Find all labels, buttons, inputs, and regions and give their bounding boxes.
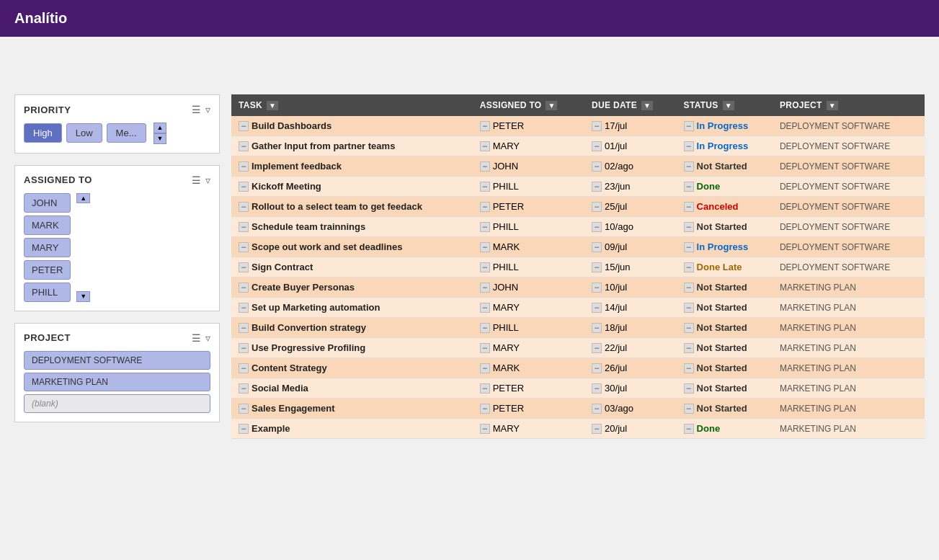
assigned-collapse-icon: − (480, 141, 490, 151)
assigned-to: PHILL (493, 221, 519, 232)
due-date: 14/jul (605, 302, 627, 313)
status-collapse-icon: − (684, 363, 694, 373)
project-name: DEPLOYMENT SOFTWARE (780, 182, 890, 192)
collapse-icon[interactable]: − (239, 424, 249, 434)
status-collapse-icon: − (684, 424, 694, 434)
priority-buttons: High Low Me... ▲ ▼ (24, 123, 210, 144)
status-badge: Not Started (697, 342, 747, 353)
project-name: MARKETING PLAN (780, 363, 856, 373)
assigned-collapse-icon: − (480, 242, 490, 252)
project-item-marketing[interactable]: MARKETING PLAN (24, 373, 210, 391)
table-row[interactable]: −Content Strategy−MARK−26/jul−Not Starte… (231, 358, 925, 378)
priority-scroll-up[interactable]: ▲ (153, 123, 167, 133)
assigned-to: PETER (493, 403, 524, 414)
table-row[interactable]: −Kickoff Meeting−PHILL−23/jun−DoneDEPLOY… (231, 177, 925, 197)
filter-icon-3[interactable]: ▿ (205, 332, 210, 344)
table-row[interactable]: −Social Media−PETER−30/jul−Not StartedMA… (231, 378, 925, 399)
table-row[interactable]: −Build Dashboards−PETER−17/jul−In Progre… (231, 116, 925, 136)
collapse-icon[interactable]: − (239, 383, 249, 394)
priority-scroll: ▲ ▼ (153, 123, 167, 144)
priority-scroll-down[interactable]: ▼ (153, 133, 167, 144)
assigned-filter-btn[interactable]: ▼ (546, 101, 557, 110)
collapse-icon[interactable]: − (239, 323, 249, 333)
table-row[interactable]: −Sign Contract−PHILL−15/jun−Done LateDEP… (231, 257, 925, 277)
status-filter-btn[interactable]: ▼ (723, 101, 734, 110)
duedate-collapse-icon: − (592, 141, 602, 151)
assigned-list: JOHN MARK MARY PETER PHILL (24, 193, 71, 302)
table-row[interactable]: −Scope out work and set deadlines−MARK−0… (231, 237, 925, 257)
collapse-icon[interactable]: − (239, 161, 249, 172)
assigned-item-peter[interactable]: PETER (24, 260, 71, 280)
task-name: Sign Contract (252, 262, 313, 272)
tasks-table: TASK ▼ ASSIGNED TO ▼ DUE DATE ▼ (231, 94, 925, 439)
duedate-collapse-icon: − (592, 363, 602, 373)
assigned-scroll-up[interactable]: ▲ (76, 193, 90, 204)
assigned-item-mark[interactable]: MARK (24, 215, 71, 235)
table-row[interactable]: −Example−MARY−20/jul−DoneMARKETING PLAN (231, 419, 925, 439)
collapse-icon[interactable]: − (239, 262, 249, 272)
due-date: 01/jul (605, 141, 627, 151)
table-row[interactable]: −Gather Input from partner teams−MARY−01… (231, 136, 925, 156)
project-item-blank[interactable]: (blank) (24, 394, 210, 413)
assigned-item-mary[interactable]: MARY (24, 238, 71, 257)
priority-low-btn[interactable]: Low (66, 123, 102, 143)
priority-more-btn[interactable]: Me... (107, 123, 146, 143)
status-badge: Not Started (697, 282, 747, 293)
collapse-icon[interactable]: − (239, 363, 249, 373)
assigned-scroll-down[interactable]: ▼ (76, 291, 90, 302)
assigned-item-phill[interactable]: PHILL (24, 283, 71, 302)
filter-icon-2[interactable]: ▿ (205, 174, 210, 186)
assigned-collapse-icon: − (480, 182, 490, 192)
collapse-icon[interactable]: − (239, 182, 249, 192)
collapse-icon[interactable]: − (239, 404, 249, 414)
assigned-to: MARK (493, 241, 520, 252)
assigned-to: JOHN (493, 161, 518, 172)
collapse-icon[interactable]: − (239, 283, 249, 293)
assigned-panel: ASSIGNED TO ☰ ▿ JOHN MARK MARY PETER PHI… (14, 165, 220, 311)
assigned-label: ASSIGNED TO (24, 174, 92, 185)
collapse-icon[interactable]: − (239, 121, 249, 131)
project-list: DEPLOYMENT SOFTWARE MARKETING PLAN (blan… (24, 351, 210, 413)
table-row[interactable]: −Rollout to a select team to get feedack… (231, 197, 925, 217)
table-row[interactable]: −Sales Engagement−PETER−03/ago−Not Start… (231, 399, 925, 419)
sort-icon[interactable]: ☰ (192, 104, 201, 115)
table-row[interactable]: −Use Progressive Profiling−MARY−22/jul−N… (231, 338, 925, 358)
task-filter-btn[interactable]: ▼ (267, 101, 278, 110)
table-row[interactable]: −Create Buyer Personas−JOHN−10/jul−Not S… (231, 277, 925, 298)
table-row[interactable]: −Build Convertion strategy−PHILL−18/jul−… (231, 318, 925, 338)
table-row[interactable]: −Schedule team trainnings−PHILL−10/ago−N… (231, 217, 925, 237)
status-collapse-icon: − (684, 182, 694, 192)
filter-icon[interactable]: ▿ (205, 104, 210, 115)
project-name: MARKETING PLAN (780, 424, 856, 434)
status-collapse-icon: − (684, 202, 694, 212)
table-row[interactable]: −Implement feedback−JOHN−02/ago−Not Star… (231, 156, 925, 177)
due-date: 18/jul (605, 322, 627, 333)
assigned-to: JOHN (493, 282, 518, 293)
collapse-icon[interactable]: − (239, 222, 249, 232)
assigned-to: PHILL (493, 322, 519, 333)
status-badge: Not Started (697, 403, 747, 414)
project-name: MARKETING PLAN (780, 383, 856, 394)
header: Analítio (0, 0, 939, 37)
collapse-icon[interactable]: − (239, 141, 249, 151)
due-date: 20/jul (605, 423, 627, 434)
assigned-item-john[interactable]: JOHN (24, 193, 71, 213)
status-badge: Done Late (697, 262, 742, 272)
collapse-icon[interactable]: − (239, 343, 249, 353)
priority-high-btn[interactable]: High (24, 123, 62, 143)
project-filter-btn[interactable]: ▼ (827, 101, 838, 110)
due-date: 17/jul (605, 120, 627, 131)
duedate-filter-btn[interactable]: ▼ (641, 101, 653, 110)
collapse-icon[interactable]: − (239, 202, 249, 212)
assigned-to: PETER (493, 120, 524, 131)
sort-icon-3[interactable]: ☰ (192, 332, 201, 344)
table-row[interactable]: −Set up Marketing automation−MARY−14/jul… (231, 298, 925, 318)
collapse-icon[interactable]: − (239, 242, 249, 252)
collapse-icon[interactable]: − (239, 303, 249, 313)
task-name: Gather Input from partner teams (252, 141, 395, 151)
project-item-deployment[interactable]: DEPLOYMENT SOFTWARE (24, 351, 210, 370)
sort-icon-2[interactable]: ☰ (192, 174, 201, 186)
task-name: Content Strategy (252, 363, 327, 373)
assigned-collapse-icon: − (480, 262, 490, 272)
assigned-to: PETER (493, 201, 524, 212)
